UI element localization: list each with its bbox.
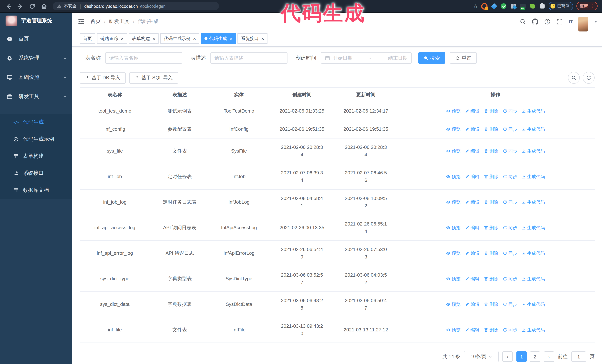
avatar[interactable] [578,17,588,31]
page-size-select[interactable]: 10条/页 [464,351,499,362]
help-icon[interactable]: ? [544,18,550,25]
generate-code-link[interactable]: 生成代码 [522,198,545,206]
edit-link[interactable]: 编辑 [465,301,479,308]
preview-link[interactable]: 预览 [446,250,461,257]
sync-link[interactable]: 同步 [503,173,517,180]
preview-link[interactable]: 预览 [446,198,461,206]
generate-code-link[interactable]: 生成代码 [522,301,545,308]
tab-0[interactable]: 首页 [80,33,95,44]
extension-icon-grid[interactable] [510,3,516,9]
edit-link[interactable]: 编辑 [465,198,479,206]
refresh-button[interactable] [583,72,595,84]
date-range-picker[interactable]: 开始日期 - 结束日期 [321,52,412,64]
search-toggle-button[interactable] [568,72,580,84]
paused-extension-badge[interactable]: 已暂停 [549,2,573,10]
tab-close-icon[interactable]: × [121,36,124,41]
extension-icon-check[interactable] [501,3,507,9]
sync-link[interactable]: 同步 [503,147,517,155]
preview-link[interactable]: 预览 [446,173,461,180]
edit-link[interactable]: 编辑 [465,326,479,334]
browser-update-button[interactable]: 更新 ⋮ [576,2,598,10]
breadcrumb-item-devtools[interactable]: 研发工具 [109,18,130,25]
extension-icon-orange[interactable] [481,3,487,9]
preview-link[interactable]: 预览 [446,125,461,133]
edit-link[interactable]: 编辑 [465,147,479,155]
delete-link[interactable]: 删除 [484,198,498,206]
generate-code-link[interactable]: 生成代码 [522,275,545,282]
sync-link[interactable]: 同步 [503,107,517,115]
generate-code-link[interactable]: 生成代码 [522,125,545,133]
sidebar-item-codegen-example[interactable]: 代码生成示例 [0,131,72,148]
font-size-icon[interactable]: tT [569,19,572,24]
edit-link[interactable]: 编辑 [465,275,479,282]
breadcrumb-item-home[interactable]: 首页 [90,18,101,25]
search-icon[interactable] [520,18,526,25]
generate-code-link[interactable]: 生成代码 [522,107,545,115]
sidebar-item-home[interactable]: 首页 [0,29,72,49]
delete-link[interactable]: 删除 [484,275,498,282]
generate-code-link[interactable]: 生成代码 [522,326,545,334]
delete-link[interactable]: 删除 [484,326,498,334]
delete-link[interactable]: 删除 [484,250,498,257]
delete-link[interactable]: 删除 [484,125,498,133]
sidebar-item-system-api[interactable]: 系统接口 [0,165,72,182]
preview-link[interactable]: 预览 [446,275,461,282]
edit-link[interactable]: 编辑 [465,107,479,115]
sidebar-item-codegen[interactable]: </> 代码生成 [0,114,72,131]
extensions-puzzle-icon[interactable] [539,3,545,9]
preview-link[interactable]: 预览 [446,326,461,334]
generate-code-link[interactable]: 生成代码 [522,250,545,257]
reload-button[interactable] [29,3,36,10]
sync-link[interactable]: 同步 [503,275,517,282]
import-sql-button[interactable]: 基于 SQL 导入 [129,72,178,83]
github-icon[interactable] [532,18,538,25]
edit-link[interactable]: 编辑 [465,173,479,180]
sidebar-item-db-doc[interactable]: 数据库文档 [0,182,72,199]
back-button[interactable] [5,3,12,10]
table-name-input[interactable] [105,52,182,64]
fullscreen-icon[interactable] [556,18,563,25]
page-button-1[interactable]: 1 [516,351,527,362]
reset-button[interactable]: 重置 [450,52,477,64]
delete-link[interactable]: 删除 [484,107,498,115]
generate-code-link[interactable]: 生成代码 [522,173,545,180]
tab-2[interactable]: 表单构建× [129,33,159,44]
sync-link[interactable]: 同步 [503,125,517,133]
preview-link[interactable]: 预览 [446,301,461,308]
sidebar-item-devtools[interactable]: 研发工具 [0,87,72,106]
sync-link[interactable]: 同步 [503,198,517,206]
next-page-button[interactable]: › [544,351,554,362]
generate-code-link[interactable]: 生成代码 [522,224,545,231]
import-db-button[interactable]: 基于 DB 导入 [80,72,126,83]
sidebar-item-form-builder[interactable]: 表单构建 [0,148,72,165]
delete-link[interactable]: 删除 [484,224,498,231]
generate-code-link[interactable]: 生成代码 [522,147,545,155]
sync-link[interactable]: 同步 [503,250,517,257]
table-desc-input[interactable] [210,52,288,64]
extension-icon-gem[interactable] [491,3,497,9]
sidebar-item-system[interactable]: 系统管理 [0,49,72,68]
bookmark-star-icon[interactable]: ☆ [473,3,478,9]
tab-close-icon[interactable]: × [152,36,155,41]
page-button-2[interactable]: 2 [530,351,540,362]
hamburger-icon[interactable] [78,18,85,25]
tab-close-icon[interactable]: × [230,36,232,41]
prev-page-button[interactable]: ‹ [502,351,513,362]
tab-3[interactable]: 代码生成示例× [161,33,199,44]
edit-link[interactable]: 编辑 [465,250,479,257]
delete-link[interactable]: 删除 [484,301,498,308]
delete-link[interactable]: 删除 [484,173,498,180]
tab-1[interactable]: 链路追踪× [97,33,127,44]
sync-link[interactable]: 同步 [503,326,517,334]
preview-link[interactable]: 预览 [446,147,461,155]
delete-link[interactable]: 删除 [484,147,498,155]
tab-close-icon[interactable]: × [261,36,264,41]
edit-link[interactable]: 编辑 [465,224,479,231]
preview-link[interactable]: 预览 [446,224,461,231]
address-bar[interactable]: 不安全 | dashboard.yudao.iocoder.cn/tool/co… [53,2,219,10]
home-button[interactable] [41,3,47,10]
search-button[interactable]: 搜索 [418,52,445,64]
sync-link[interactable]: 同步 [503,301,517,308]
goto-page-input[interactable] [571,351,586,362]
caret-down-icon[interactable] [594,20,598,23]
